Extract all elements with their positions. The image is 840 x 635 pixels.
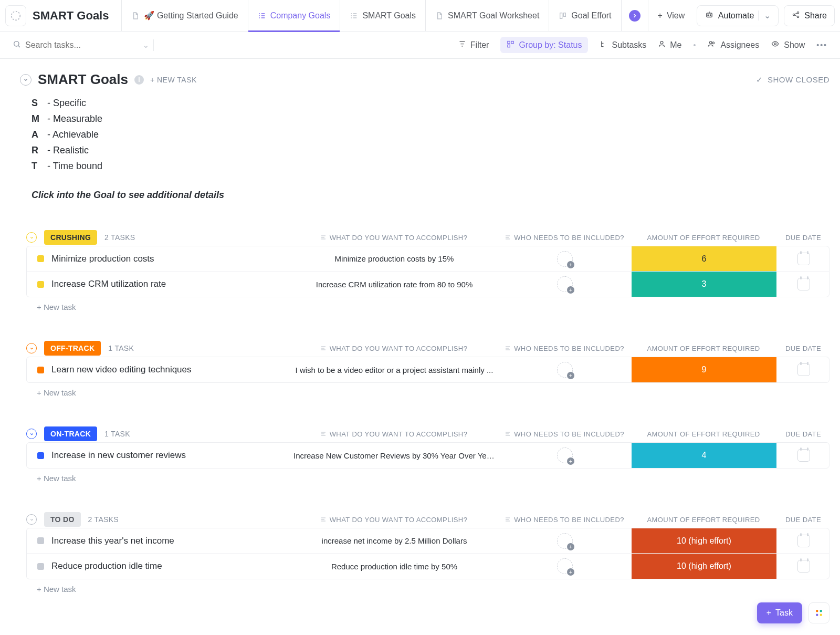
column-effort[interactable]: AMOUNT OF EFFORT REQUIRED — [630, 234, 777, 242]
due-date-cell[interactable] — [778, 363, 830, 376]
add-assignee-icon[interactable] — [557, 276, 573, 292]
column-accomplish[interactable]: WHAT DO YOU WANT TO ACCOMPLISH? — [289, 345, 499, 352]
column-accomplish[interactable]: WHAT DO YOU WANT TO ACCOMPLISH? — [289, 234, 499, 242]
assignee-cell[interactable] — [499, 447, 631, 463]
accomplish-cell[interactable]: increase net income by 2.5 Million Dolla… — [289, 536, 499, 545]
me-button[interactable]: Me — [658, 40, 681, 50]
column-included[interactable]: WHO NEEDS TO BE INCLUDED? — [499, 234, 630, 242]
tab-getting-started[interactable]: 🚀 Getting Started Guide — [121, 0, 247, 32]
status-square-icon[interactable] — [37, 255, 44, 262]
collapse-group-icon[interactable] — [26, 232, 37, 243]
show-closed-button[interactable]: ✓ SHOW CLOSED — [756, 75, 830, 85]
chevron-down-icon[interactable]: ⌄ — [143, 41, 149, 49]
collapse-group-icon[interactable] — [26, 429, 37, 439]
calendar-icon[interactable] — [797, 363, 810, 376]
effort-cell[interactable]: 10 (high effort) — [631, 528, 778, 553]
add-task-row[interactable]: + New task — [26, 383, 830, 397]
tab-goal-effort[interactable]: Goal Effort — [549, 0, 621, 32]
calendar-icon[interactable] — [797, 278, 810, 290]
collapse-list-icon[interactable] — [20, 74, 32, 86]
list-icon[interactable] — [5, 5, 26, 26]
add-assignee-icon[interactable] — [557, 533, 573, 549]
due-date-cell[interactable] — [778, 278, 830, 290]
accomplish-cell[interactable]: I wish to be a video editor or a project… — [289, 366, 499, 374]
add-assignee-icon[interactable] — [557, 447, 573, 463]
show-button[interactable]: Show — [771, 40, 805, 50]
status-pill[interactable]: OFF-TRACK — [44, 341, 101, 356]
column-due[interactable]: DUE DATE — [777, 345, 830, 352]
task-row[interactable]: Increase this year's net income increase… — [27, 528, 829, 554]
assignee-cell[interactable] — [499, 276, 631, 292]
column-included[interactable]: WHO NEEDS TO BE INCLUDED? — [499, 430, 630, 438]
add-assignee-icon[interactable] — [557, 251, 573, 267]
effort-cell[interactable]: 10 (high effort) — [631, 554, 778, 579]
automate-button[interactable]: Automate ⌄ — [697, 5, 779, 26]
group-by-button[interactable]: Group by: Status — [500, 37, 588, 53]
status-square-icon[interactable] — [37, 367, 44, 373]
add-assignee-icon[interactable] — [557, 362, 573, 378]
search-input[interactable] — [25, 40, 139, 50]
accomplish-cell[interactable]: Increase New Customer Reviews by 30% Yea… — [289, 451, 499, 460]
add-task-row[interactable]: + New task — [26, 469, 830, 483]
due-date-cell[interactable] — [778, 535, 830, 547]
task-row[interactable]: Increase CRM utilization rate Increase C… — [27, 272, 829, 297]
calendar-icon[interactable] — [797, 253, 810, 265]
add-task-row[interactable]: + New task — [26, 297, 830, 311]
calendar-icon[interactable] — [797, 449, 810, 462]
assignee-cell[interactable] — [499, 362, 631, 378]
apps-button[interactable] — [808, 602, 830, 623]
calendar-icon[interactable] — [797, 560, 810, 572]
collapse-group-icon[interactable] — [26, 343, 37, 353]
assignees-button[interactable]: Assignees — [707, 40, 759, 50]
column-accomplish[interactable]: WHAT DO YOU WANT TO ACCOMPLISH? — [289, 430, 499, 438]
column-included[interactable]: WHO NEEDS TO BE INCLUDED? — [499, 516, 630, 524]
status-square-icon[interactable] — [37, 281, 44, 288]
search-box[interactable]: ⌄ — [13, 40, 149, 50]
tab-smart-goals[interactable]: SMART Goals — [340, 0, 425, 32]
column-accomplish[interactable]: WHAT DO YOU WANT TO ACCOMPLISH? — [289, 516, 499, 524]
due-date-cell[interactable] — [778, 253, 830, 265]
new-task-fab[interactable]: + Task — [757, 602, 802, 623]
accomplish-cell[interactable]: Minimize production costs by 15% — [289, 254, 499, 263]
task-row[interactable]: Increase in new customer reviews Increas… — [27, 443, 829, 468]
add-view[interactable]: + View — [648, 0, 695, 32]
share-button[interactable]: Share — [784, 5, 835, 26]
effort-cell[interactable]: 9 — [631, 357, 778, 382]
column-effort[interactable]: AMOUNT OF EFFORT REQUIRED — [630, 516, 777, 524]
status-pill[interactable]: CRUSHING — [44, 230, 97, 245]
column-due[interactable]: DUE DATE — [777, 234, 830, 242]
status-square-icon[interactable] — [37, 452, 44, 459]
new-task-button[interactable]: + NEW TASK — [150, 76, 197, 84]
calendar-icon[interactable] — [797, 535, 810, 547]
column-included[interactable]: WHO NEEDS TO BE INCLUDED? — [499, 345, 630, 352]
assignee-cell[interactable] — [499, 251, 631, 267]
status-square-icon[interactable] — [37, 563, 44, 570]
status-square-icon[interactable] — [37, 537, 44, 544]
effort-cell[interactable]: 3 — [631, 272, 778, 297]
due-date-cell[interactable] — [778, 560, 830, 572]
assignee-cell[interactable] — [499, 558, 631, 574]
filter-button[interactable]: Filter — [458, 40, 489, 50]
column-effort[interactable]: AMOUNT OF EFFORT REQUIRED — [630, 345, 777, 352]
effort-cell[interactable]: 6 — [631, 246, 778, 271]
more-icon[interactable]: ••• — [816, 41, 827, 49]
status-pill[interactable]: ON-TRACK — [44, 426, 97, 441]
accomplish-cell[interactable]: Reduce production idle time by 50% — [289, 562, 499, 571]
tab-company-goals[interactable]: Company Goals — [248, 0, 340, 32]
effort-cell[interactable]: 4 — [631, 443, 778, 468]
add-task-row[interactable]: + New task — [26, 579, 830, 594]
collapse-group-icon[interactable] — [26, 514, 37, 525]
assignee-cell[interactable] — [499, 533, 631, 549]
task-row[interactable]: Reduce production idle time Reduce produ… — [27, 554, 829, 579]
accomplish-cell[interactable]: Increase CRM utilization rate from 80 to… — [289, 280, 499, 289]
subtasks-button[interactable]: Subtasks — [600, 40, 646, 50]
column-due[interactable]: DUE DATE — [777, 430, 830, 438]
add-assignee-icon[interactable] — [557, 558, 573, 574]
column-due[interactable]: DUE DATE — [777, 516, 830, 524]
status-pill[interactable]: TO DO — [44, 512, 81, 527]
info-icon[interactable]: i — [134, 75, 144, 85]
task-row[interactable]: Learn new video editing techniques I wis… — [27, 357, 829, 382]
tabs-overflow[interactable] — [621, 0, 648, 32]
tab-worksheet[interactable]: SMART Goal Worksheet — [425, 0, 549, 32]
column-effort[interactable]: AMOUNT OF EFFORT REQUIRED — [630, 430, 777, 438]
